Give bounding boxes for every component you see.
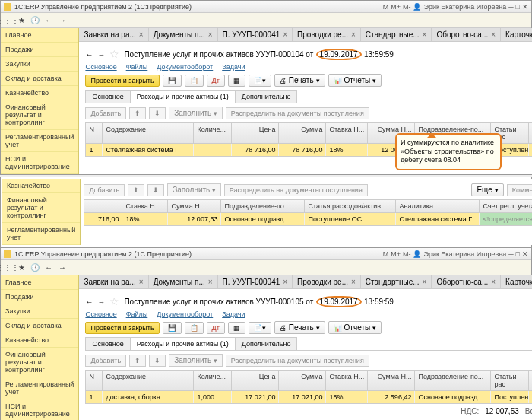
col-price[interactable]: Цена: [232, 123, 279, 143]
col-desc[interactable]: Содержание: [103, 123, 194, 143]
sl3[interactable]: Задачи: [222, 63, 245, 71]
minimize-icon[interactable]: ─: [508, 3, 513, 11]
close-icon[interactable]: ✕: [522, 250, 528, 258]
tab-close-icon[interactable]: ×: [139, 30, 144, 39]
conduct-button[interactable]: 📋: [185, 75, 204, 87]
tab3[interactable]: Проводки ре...×: [293, 28, 361, 41]
back-icon[interactable]: ←: [42, 261, 55, 275]
reports-button[interactable]: 📊 Отчеты ▾: [328, 321, 382, 334]
user-icon: 👤: [413, 250, 421, 258]
col-qty[interactable]: Количе...: [194, 123, 232, 143]
tab6[interactable]: Карточка сче...×: [501, 28, 532, 41]
msb2[interactable]: Регламентированный учет: [2, 223, 80, 245]
doc-title: Поступление услуг и прочих активов УУУП-…: [124, 49, 394, 59]
icon-mplus[interactable]: M+: [391, 3, 401, 11]
callout: И суммируются по аналитике «Объекты стро…: [395, 133, 502, 170]
sb4[interactable]: Казначейство: [1, 86, 78, 100]
icon-mminus[interactable]: M-: [403, 3, 411, 11]
table-row[interactable]: 716,00 18% 12 007,53 Основное подразд...…: [84, 213, 532, 226]
window-bottom: 1С:ERP Управление предприятием 2 (1С:Пре…: [0, 247, 532, 420]
print-button[interactable]: 🖨 Печать ▾: [274, 74, 325, 87]
new-button[interactable]: 📄▾: [249, 75, 271, 87]
fill-button[interactable]: Заполнить ▾: [169, 107, 223, 119]
main-toolbar: ⋮⋮⋮ ★ 🕓 ← →: [1, 13, 531, 28]
save-button[interactable]: 💾: [163, 75, 182, 87]
up-icon[interactable]: ⬆: [129, 355, 146, 367]
tab1[interactable]: Документы п...×: [149, 28, 218, 41]
reports-button[interactable]: 📊 Отчеты ▾: [328, 74, 382, 87]
sidebar-mid: Казначейство Финансовый результат и конт…: [2, 179, 81, 245]
history-icon[interactable]: 🕓: [28, 261, 42, 275]
tab5[interactable]: Оборотно-са...×: [432, 28, 501, 41]
st2[interactable]: Дополнительно: [235, 90, 298, 103]
up-icon[interactable]: ⬆: [129, 107, 146, 119]
fav-star-icon[interactable]: ☆: [109, 48, 119, 60]
m-more-button[interactable]: Еще ▾: [471, 183, 503, 196]
window-mid: Казначейство Финансовый результат и конт…: [0, 177, 532, 247]
st0[interactable]: Основное: [85, 90, 130, 103]
distrib-button[interactable]: Распределить на документы поступления: [226, 107, 369, 119]
window-title: 1С:ERP Управление предприятием 2 (1С:Пре…: [14, 250, 383, 258]
sb0[interactable]: Главное: [1, 28, 78, 43]
m-up-icon[interactable]: ⬆: [128, 184, 144, 196]
add-button[interactable]: Добавить: [85, 107, 126, 119]
save-button[interactable]: 💾: [163, 322, 182, 334]
sb1[interactable]: Продажи: [1, 43, 78, 57]
fwd-icon[interactable]: →: [55, 261, 69, 275]
maximize-icon[interactable]: □: [516, 3, 520, 11]
history-icon[interactable]: 🕓: [28, 14, 42, 27]
msb0[interactable]: Казначейство: [2, 179, 80, 193]
scan-button[interactable]: ▦: [228, 322, 245, 334]
col-n[interactable]: N: [86, 123, 103, 143]
nav-right-icon[interactable]: →: [97, 298, 105, 306]
sb6[interactable]: Регламентированный учет: [1, 130, 78, 152]
sb7[interactable]: НСИ и администрирование: [1, 152, 78, 174]
new-button[interactable]: 📄▾: [249, 322, 271, 334]
m-fill-button[interactable]: Заполнить ▾: [167, 183, 221, 196]
sl1[interactable]: Файлы: [126, 63, 148, 71]
apps-icon[interactable]: ⋮⋮⋮: [1, 14, 14, 27]
dt-button[interactable]: Дт: [207, 322, 225, 334]
print-button[interactable]: 🖨 Печать ▾: [274, 321, 325, 334]
nav-left-icon[interactable]: ←: [85, 50, 93, 59]
tab0[interactable]: Заявки на ра...×: [79, 28, 148, 41]
sl0[interactable]: Основное: [85, 63, 116, 71]
nav-left-icon[interactable]: ←: [85, 298, 93, 306]
star-icon[interactable]: ★: [14, 261, 28, 275]
fav-star-icon[interactable]: ☆: [109, 295, 119, 307]
back-icon[interactable]: ←: [42, 14, 55, 27]
nav-right-icon[interactable]: →: [97, 50, 105, 59]
sb5[interactable]: Финансовый результат и контроллинг: [1, 100, 78, 130]
conduct-button[interactable]: 📋: [185, 322, 204, 334]
col-sum[interactable]: Сумма: [279, 123, 326, 143]
conduct-close-button[interactable]: Провести и закрыть: [85, 322, 159, 334]
st1[interactable]: Расходы и прочие активы (1): [130, 90, 236, 103]
scan-button[interactable]: ▦: [228, 75, 245, 87]
down-icon[interactable]: ⬇: [149, 107, 166, 119]
icon-m[interactable]: M: [383, 3, 389, 11]
m-down-icon[interactable]: ⬇: [147, 184, 164, 196]
m-distrib-button[interactable]: Распределить на документы поступления: [224, 184, 368, 196]
sidebar: Главное Продажи Закупки Склад и доставка…: [1, 28, 79, 174]
fwd-icon[interactable]: →: [55, 14, 69, 27]
col-vat[interactable]: Ставка Н...: [326, 123, 368, 143]
sb3[interactable]: Склад и доставка: [1, 72, 78, 86]
tab4[interactable]: Стандартные...×: [361, 28, 432, 41]
sb2[interactable]: Закупки: [1, 57, 78, 72]
tab2[interactable]: П. УУУП-000041×: [218, 28, 293, 41]
sl2[interactable]: Документооборот: [157, 63, 213, 71]
dt-button[interactable]: Дт: [207, 75, 225, 87]
msb1[interactable]: Финансовый результат и контроллинг: [2, 193, 80, 223]
titlebar: 1С:ERP Управление предприятием 2 (1С:Пре…: [1, 1, 531, 13]
star-icon[interactable]: ★: [14, 14, 28, 27]
apps-icon[interactable]: ⋮⋮⋮: [1, 261, 14, 275]
window-title: 1С:ERP Управление предприятием 2 (1С:Пре…: [14, 3, 383, 11]
maximize-icon[interactable]: □: [516, 250, 520, 258]
minimize-icon[interactable]: ─: [508, 250, 513, 258]
app-icon: [4, 250, 11, 258]
down-icon[interactable]: ⬇: [149, 355, 166, 367]
table-row[interactable]: 1 доставка, сборка 1,000 17 021,00 17 02…: [85, 391, 532, 404]
m-add-button[interactable]: Добавить: [84, 184, 125, 196]
conduct-close-button[interactable]: Провести и закрыть: [85, 75, 159, 87]
close-icon[interactable]: ✕: [522, 3, 528, 11]
